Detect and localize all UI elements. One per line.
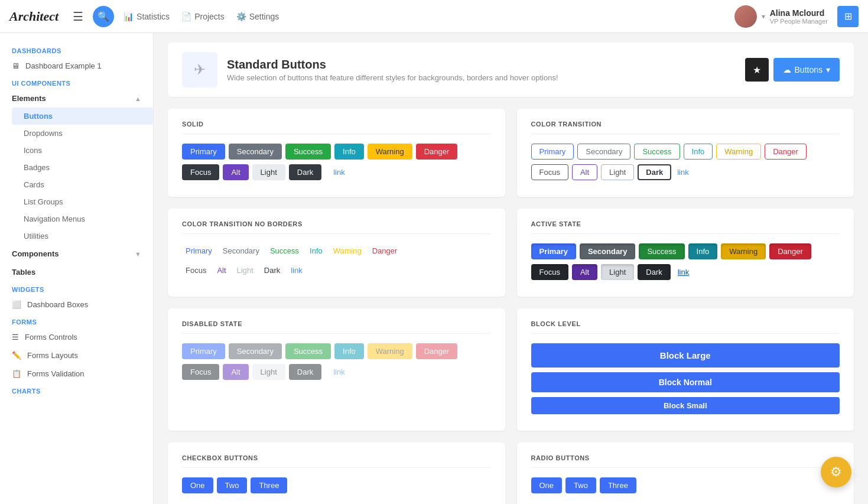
btn-rb-2[interactable]: Two bbox=[565, 477, 596, 493]
btn-as-info[interactable]: Info bbox=[688, 243, 718, 259]
sidebar-item-navigation-menus[interactable]: Navigation Menus bbox=[12, 210, 153, 227]
btn-as-link[interactable]: link bbox=[674, 264, 693, 280]
btn-cb-1[interactable]: One bbox=[182, 477, 213, 493]
dropdown-button[interactable]: ☁ Buttons ▾ bbox=[773, 58, 840, 82]
btn-solid-info[interactable]: Info bbox=[334, 144, 364, 160]
btn-ct-alt[interactable]: Alt bbox=[572, 164, 597, 180]
sidebar-group-components[interactable]: Components ▼ bbox=[0, 245, 153, 263]
hamburger-menu[interactable]: ☰ bbox=[73, 9, 83, 24]
nav-projects[interactable]: 📄 Projects bbox=[181, 12, 225, 21]
active-row-1: Primary Secondary Success Info Warning D… bbox=[531, 243, 840, 259]
sidebar-item-dropdowns[interactable]: Dropdowns bbox=[12, 125, 153, 142]
btn-solid-alt[interactable]: Alt bbox=[223, 164, 248, 180]
btn-solid-link[interactable]: link bbox=[325, 164, 353, 180]
solid-row-2: Focus Alt Light Dark link bbox=[182, 164, 491, 180]
btn-nb-info[interactable]: Info bbox=[306, 243, 326, 258]
btn-solid-secondary[interactable]: Secondary bbox=[229, 144, 282, 160]
btn-ct-primary[interactable]: Primary bbox=[531, 144, 574, 160]
btn-ct-danger[interactable]: Danger bbox=[765, 144, 807, 160]
btn-as-dark[interactable]: Dark bbox=[638, 264, 670, 280]
user-chevron-icon[interactable]: ▾ bbox=[762, 12, 765, 21]
btn-nb-secondary[interactable]: Secondary bbox=[219, 243, 263, 258]
btn-solid-dark[interactable]: Dark bbox=[289, 164, 321, 180]
btn-ds-focus: Focus bbox=[182, 364, 219, 380]
card-color-transition-title: COLOR TRANSITION bbox=[531, 121, 840, 134]
btn-solid-light[interactable]: Light bbox=[252, 164, 285, 180]
btn-as-focus[interactable]: Focus bbox=[531, 264, 568, 280]
btn-nb-focus[interactable]: Focus bbox=[182, 263, 210, 278]
btn-nb-warning[interactable]: Warning bbox=[330, 243, 365, 258]
nav-settings[interactable]: ⚙️ Settings bbox=[236, 12, 279, 21]
sidebar-section-charts: CHARTS bbox=[0, 383, 153, 397]
page-title: Standard Buttons bbox=[227, 58, 736, 71]
sidebar-section-dashboards: DASHBOARDS bbox=[0, 43, 153, 57]
sidebar-item-list-groups[interactable]: List Groups bbox=[12, 193, 153, 210]
sidebar-group-tables[interactable]: Tables bbox=[0, 263, 153, 281]
btn-solid-focus[interactable]: Focus bbox=[182, 164, 219, 180]
btn-nb-alt[interactable]: Alt bbox=[213, 263, 229, 278]
btn-nb-success[interactable]: Success bbox=[266, 243, 303, 258]
nav-statistics[interactable]: 📊 Statistics bbox=[123, 12, 170, 21]
sidebar-item-buttons[interactable]: Buttons bbox=[12, 108, 153, 125]
btn-as-alt[interactable]: Alt bbox=[572, 264, 597, 280]
btn-ds-success: Success bbox=[285, 343, 331, 359]
btn-ct-light[interactable]: Light bbox=[601, 164, 634, 180]
btn-nb-link[interactable]: link bbox=[287, 263, 306, 278]
btn-ct-success[interactable]: Success bbox=[634, 144, 680, 160]
btn-ct-focus[interactable]: Focus bbox=[531, 164, 568, 180]
page-header: ✈ Standard Buttons Wide selection of but… bbox=[168, 43, 854, 97]
sidebar-group-elements[interactable]: Elements ▲ bbox=[0, 89, 153, 108]
card-radio-title: RADIO BUTTONS bbox=[531, 454, 840, 468]
btn-nb-dark[interactable]: Dark bbox=[261, 263, 284, 278]
btn-as-light[interactable]: Light bbox=[601, 264, 634, 280]
btn-ds-warning: Warning bbox=[368, 343, 412, 359]
btn-solid-success[interactable]: Success bbox=[285, 144, 331, 160]
btn-solid-danger[interactable]: Danger bbox=[416, 144, 458, 160]
star-button[interactable]: ★ bbox=[745, 58, 769, 82]
btn-ct-warning[interactable]: Warning bbox=[716, 144, 761, 160]
content-area: ✈ Standard Buttons Wide selection of but… bbox=[154, 33, 868, 504]
btn-rb-3[interactable]: Three bbox=[600, 477, 636, 493]
btn-solid-warning[interactable]: Warning bbox=[368, 144, 412, 160]
sidebar-section-widgets: WIDGETS bbox=[0, 281, 153, 295]
btn-block-small[interactable]: Block Small bbox=[531, 397, 840, 414]
sidebar-item-forms-validation[interactable]: 📋 Forms Validation bbox=[0, 365, 153, 383]
btn-ds-secondary: Secondary bbox=[229, 343, 282, 359]
btn-as-warning[interactable]: Warning bbox=[721, 243, 766, 259]
btn-ct-link[interactable]: link bbox=[675, 164, 691, 180]
sidebar-item-dashboard-example-1[interactable]: 🖥 Dashboard Example 1 bbox=[0, 57, 153, 75]
btn-ct-secondary[interactable]: Secondary bbox=[577, 144, 630, 160]
btn-as-secondary[interactable]: Secondary bbox=[580, 243, 635, 259]
btn-as-primary[interactable]: Primary bbox=[531, 243, 576, 259]
btn-solid-primary[interactable]: Primary bbox=[182, 144, 225, 160]
sidebar-item-forms-layouts[interactable]: ✏️ Forms Layouts bbox=[0, 346, 153, 365]
card-checkbox-buttons: CHECKBOX BUTTONS One Two Three bbox=[168, 443, 505, 504]
btn-nb-primary[interactable]: Primary bbox=[182, 243, 216, 258]
btn-ct-dark[interactable]: Dark bbox=[638, 164, 671, 180]
page-header-text: Standard Buttons Wide selection of butto… bbox=[227, 58, 736, 82]
btn-block-normal[interactable]: Block Normal bbox=[531, 372, 840, 392]
sidebar-item-icons[interactable]: Icons bbox=[12, 142, 153, 159]
sidebar-item-cards[interactable]: Cards bbox=[12, 176, 153, 193]
btn-nb-danger[interactable]: Danger bbox=[369, 243, 401, 258]
btn-cb-2[interactable]: Two bbox=[217, 477, 248, 493]
sidebar-item-utilities[interactable]: Utilities bbox=[12, 227, 153, 245]
sidebar-item-dashboard-boxes[interactable]: ⬜ Dashboard Boxes bbox=[0, 295, 153, 314]
sidebar-item-forms-controls[interactable]: ☰ Forms Controls bbox=[0, 328, 153, 346]
caret-down-icon: ▾ bbox=[826, 65, 830, 74]
fab-settings-button[interactable]: ⚙ bbox=[821, 457, 851, 487]
app-icon-button[interactable]: ⊞ bbox=[837, 6, 859, 27]
btn-ds-alt: Alt bbox=[223, 364, 248, 380]
btn-as-danger[interactable]: Danger bbox=[769, 243, 811, 259]
btn-nb-light[interactable]: Light bbox=[233, 263, 257, 278]
search-button[interactable]: 🔍 bbox=[93, 6, 114, 27]
btn-ct-info[interactable]: Info bbox=[684, 144, 713, 160]
boxes-icon: ⬜ bbox=[12, 300, 21, 309]
btn-rb-1[interactable]: One bbox=[531, 477, 563, 493]
btn-cb-3[interactable]: Three bbox=[251, 477, 287, 493]
btn-block-large[interactable]: Block Large bbox=[531, 343, 840, 368]
sidebar-item-badges[interactable]: Badges bbox=[12, 159, 153, 176]
btn-as-success[interactable]: Success bbox=[639, 243, 684, 259]
user-role: VP People Manager bbox=[770, 18, 828, 25]
card-active-state-title: ACTIVE STATE bbox=[531, 220, 840, 234]
